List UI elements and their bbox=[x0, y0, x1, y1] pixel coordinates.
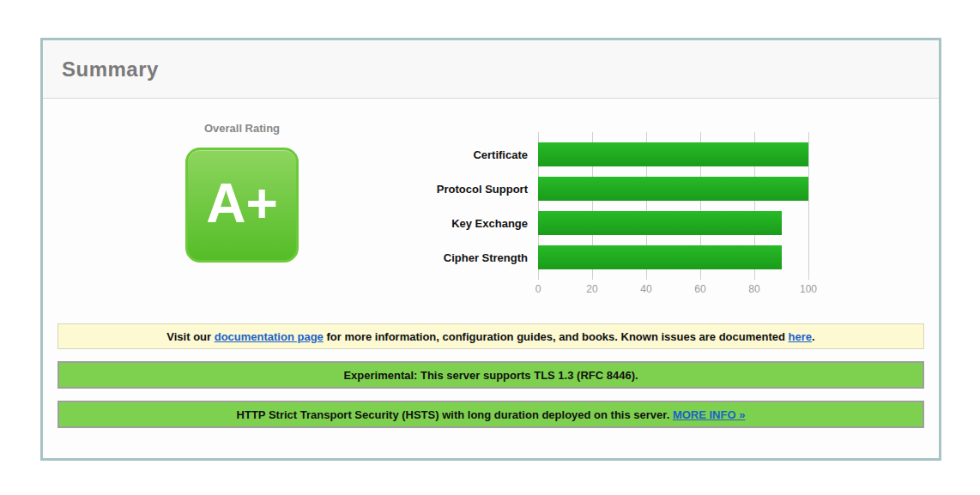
documentation-page-link[interactable]: documentation page bbox=[215, 330, 324, 343]
x-tick-label: 40 bbox=[640, 283, 651, 295]
chart-bar bbox=[538, 211, 782, 235]
chart-track bbox=[538, 211, 808, 235]
chart-track bbox=[538, 142, 808, 166]
x-tick-label: 60 bbox=[694, 283, 705, 295]
chart-category-label: Key Exchange bbox=[426, 217, 528, 230]
notice-hsts: HTTP Strict Transport Security (HSTS) wi… bbox=[57, 401, 924, 428]
notice-text: HTTP Strict Transport Security (HSTS) wi… bbox=[237, 408, 673, 421]
x-tick-label: 20 bbox=[586, 283, 597, 295]
chart-rows: CertificateProtocol SupportKey ExchangeC… bbox=[426, 137, 808, 275]
panel-body: Overall Rating A+ CertificateProtocol Su… bbox=[43, 99, 939, 428]
overall-rating-label: Overall Rating bbox=[204, 122, 280, 135]
score-chart-section: CertificateProtocol SupportKey ExchangeC… bbox=[426, 137, 808, 300]
chart-bar bbox=[538, 142, 808, 166]
chart-category-label: Certificate bbox=[426, 148, 528, 161]
chart-row: Protocol Support bbox=[426, 172, 808, 206]
chart-axis: 020406080100 bbox=[538, 280, 808, 300]
page-title: Summary bbox=[62, 57, 159, 81]
chart-category-label: Cipher Strength bbox=[426, 251, 528, 264]
security-chart: CertificateProtocol SupportKey ExchangeC… bbox=[426, 137, 808, 300]
x-tick-label: 80 bbox=[748, 283, 759, 295]
notice-tls13: Experimental: This server supports TLS 1… bbox=[57, 361, 924, 389]
more-info-link[interactable]: MORE INFO » bbox=[673, 408, 746, 421]
chart-track bbox=[538, 245, 808, 269]
page: Summary Overall Rating A+ CertificatePro… bbox=[0, 0, 980, 495]
x-tick-label: 100 bbox=[800, 283, 817, 295]
notices-section: Visit our documentation page for more in… bbox=[57, 323, 924, 428]
chart-row: Cipher Strength bbox=[426, 240, 808, 275]
notice-text: for more information, configuration guid… bbox=[324, 330, 789, 343]
notice-text: Visit our bbox=[166, 330, 214, 343]
rating-grade: A+ bbox=[206, 176, 278, 234]
notice-text: . bbox=[812, 330, 815, 343]
chart-category-label: Protocol Support bbox=[426, 183, 528, 196]
overall-rating-section: Overall Rating A+ bbox=[57, 122, 426, 263]
notice-documentation: Visit our documentation page for more in… bbox=[57, 323, 924, 349]
panel-header: Summary bbox=[43, 40, 939, 99]
rating-badge: A+ bbox=[185, 148, 299, 263]
chart-bar bbox=[538, 177, 808, 201]
chart-row: Key Exchange bbox=[426, 206, 808, 240]
known-issues-here-link[interactable]: here bbox=[789, 330, 812, 343]
chart-bar bbox=[538, 245, 782, 269]
summary-panel: Summary Overall Rating A+ CertificatePro… bbox=[40, 38, 941, 461]
chart-row: Certificate bbox=[426, 137, 808, 172]
chart-track bbox=[538, 177, 808, 201]
summary-row: Overall Rating A+ CertificateProtocol Su… bbox=[57, 99, 924, 300]
x-tick-label: 0 bbox=[535, 283, 541, 295]
notice-text: Experimental: This server supports TLS 1… bbox=[343, 369, 638, 382]
